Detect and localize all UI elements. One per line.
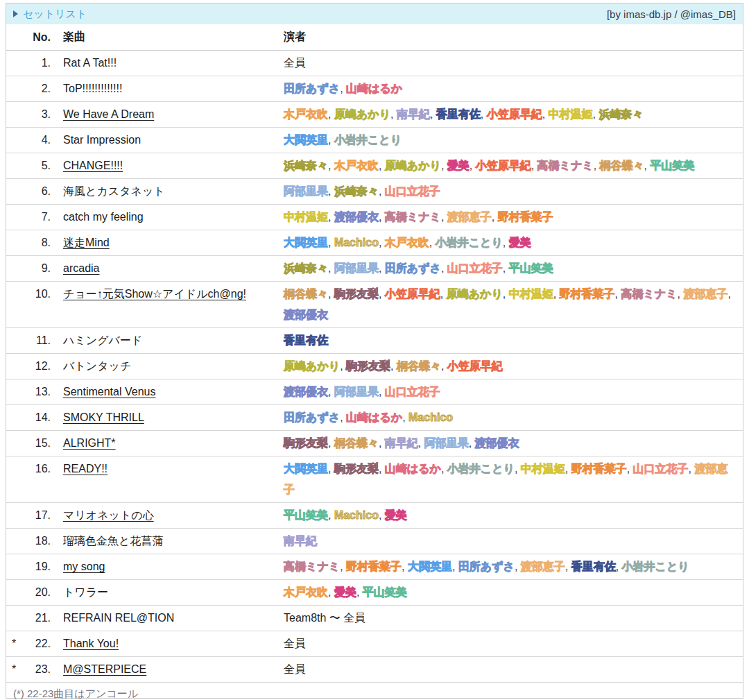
performers-cell: 全員: [284, 633, 743, 654]
song-link[interactable]: SMOKY THRILL: [63, 411, 144, 423]
song-link[interactable]: 迷走Mind: [63, 237, 110, 248]
table-header-row: No. 楽曲 演者: [6, 24, 743, 51]
song-link[interactable]: Thank You!: [63, 638, 119, 649]
song-title: Star Impression: [63, 134, 141, 146]
table-row: 18.瑠璃色金魚と花菖蒲南早紀: [6, 529, 743, 554]
section-title[interactable]: セットリスト: [13, 8, 87, 21]
performer-name: 駒形友梨: [284, 437, 328, 449]
row-number: 18.: [6, 531, 55, 552]
separator: ,: [452, 561, 458, 572]
panel-header: セットリスト [by imas-db.jp / @imas_DB]: [6, 3, 743, 24]
separator: ,: [328, 262, 334, 274]
table-row: 13.Sentimental Venus渡部優衣, 阿部里果, 山口立花子: [6, 379, 743, 405]
song-cell: READY!!: [55, 459, 284, 479]
song-cell: トワラー: [55, 582, 284, 603]
performer-name: 大関英里: [284, 237, 328, 248]
song-link[interactable]: チョー↑元気Show☆アイドルch@ng!: [63, 288, 246, 300]
separator: ,: [594, 160, 600, 171]
table-row: 21.REFRAIN REL@TIONTeam8th 〜 全員: [6, 606, 743, 631]
song-link[interactable]: READY!!: [63, 463, 107, 475]
song-cell: 瑠璃色金魚と花菖蒲: [55, 531, 284, 552]
performer-name: 野村香菜子: [498, 211, 553, 223]
performer-name: 中村温姫: [549, 108, 593, 120]
performers-cell: 大関英里, Machico, 木戸衣吹, 小岩井ことり, 愛美: [284, 232, 743, 253]
song-link[interactable]: arcadia: [63, 262, 99, 274]
separator: ,: [328, 463, 334, 475]
separator: ,: [441, 262, 447, 274]
performers-cell: 木戸衣吹, 原嶋あかり, 南早紀, 香里有佐, 小笠原早紀, 中村温姫, 浜崎奈…: [284, 104, 743, 125]
separator: ,: [553, 288, 560, 300]
performer-name: 山口立花子: [385, 185, 440, 197]
song-link[interactable]: M@STERPIECE: [63, 663, 146, 675]
table-row: 12.バトンタッチ原嶋あかり, 駒形友梨, 桐谷蝶々, 小笠原早紀: [6, 354, 743, 379]
performer-name: 野村香菜子: [346, 561, 402, 572]
separator: ,: [565, 463, 571, 475]
row-number: 5.: [6, 155, 55, 176]
separator: ,: [515, 561, 521, 572]
performers-cell: 大関英里, 小岩井ことり: [284, 130, 743, 151]
table-row: *22.Thank You!全員: [6, 631, 743, 657]
performer-name: 香里有佐: [436, 108, 481, 120]
performers-cell: 原嶋あかり, 駒形友梨, 桐谷蝶々, 小笠原早紀: [284, 356, 743, 377]
performer-name: 小岩井ことり: [334, 134, 402, 146]
performer-name: 阿部里果: [334, 262, 379, 274]
performers-cell: 浜崎奈々, 阿部里果, 田所あずさ, 山口立花子, 平山笑美: [284, 258, 743, 279]
separator: ,: [379, 237, 385, 248]
performers-cell: 木戸衣吹, 愛美, 平山笑美: [284, 582, 743, 603]
row-number: 16.: [6, 459, 55, 479]
performer-name: 木戸衣吹: [385, 237, 429, 248]
performers-cell: 渡部優衣, 阿部里果, 山口立花子: [284, 382, 743, 402]
performer-name: 中村温姫: [284, 211, 328, 223]
performer-name: 山口立花子: [447, 262, 503, 274]
performer-name: 愛美: [509, 237, 531, 248]
performer-name: 渡部優衣: [334, 211, 379, 223]
performer-name: 平山笑美: [650, 160, 694, 171]
row-number: 20.: [6, 582, 55, 603]
song-title: バトンタッチ: [63, 360, 131, 372]
separator: ,: [430, 108, 436, 120]
row-number: 12.: [6, 356, 55, 377]
performer-name: 髙橋ミナミ: [537, 160, 594, 171]
separator: ,: [503, 237, 509, 248]
row-number: 17.: [6, 505, 55, 526]
song-title: 瑠璃色金魚と花菖蒲: [63, 535, 163, 547]
song-link[interactable]: ALRIGHT*: [63, 437, 116, 449]
row-number: 11.: [6, 330, 55, 351]
performer-name: 平山笑美: [284, 509, 328, 521]
performers-cell: 桐谷蝶々, 駒形友梨, 小笠原早紀, 原嶋あかり, 中村温姫, 野村香菜子, 髙…: [284, 284, 743, 325]
encore-marker: *: [12, 633, 16, 654]
performers-plain: 全員: [284, 663, 306, 675]
performer-name: 小笠原早紀: [385, 288, 440, 300]
performer-name: 小岩井ことり: [622, 561, 689, 572]
song-link[interactable]: マリオネットの心: [63, 509, 154, 521]
song-link[interactable]: my song: [63, 561, 105, 572]
song-cell: チョー↑元気Show☆アイドルch@ng!: [55, 284, 284, 305]
performer-name: 駒形友梨: [334, 288, 379, 300]
performer-name: 桐谷蝶々: [334, 437, 379, 449]
separator: ,: [390, 108, 397, 120]
performers-plain: Team8th 〜 全員: [284, 612, 365, 624]
song-cell: my song: [55, 556, 284, 577]
separator: ,: [379, 509, 385, 521]
song-cell: Star Impression: [55, 130, 284, 151]
song-link[interactable]: We Have A Dream: [63, 108, 154, 120]
song-link[interactable]: Sentimental Venus: [63, 386, 155, 398]
separator: ,: [531, 160, 537, 171]
table-row: 11.ハミングバード香里有佐: [6, 328, 743, 354]
separator: ,: [340, 411, 346, 423]
song-link[interactable]: CHANGE!!!!: [63, 160, 123, 171]
separator: ,: [503, 288, 509, 300]
table-row: 10.チョー↑元気Show☆アイドルch@ng!桐谷蝶々, 駒形友梨, 小笠原早…: [6, 282, 743, 328]
table-row: 1.Rat A Tat!!!全員: [6, 51, 743, 76]
separator: ,: [328, 185, 334, 197]
performers-cell: 南早紀: [284, 531, 743, 552]
table-row: 6.海風とカスタネット阿部里果, 浜崎奈々, 山口立花子: [6, 179, 743, 205]
performer-name: 木戸衣吹: [284, 108, 328, 120]
performer-name: 愛美: [334, 586, 356, 598]
separator: ,: [481, 108, 487, 120]
separator: ,: [441, 360, 447, 372]
song-title: ToP!!!!!!!!!!!!!: [63, 83, 122, 94]
performer-name: 山口立花子: [385, 386, 440, 398]
row-number: 7.: [6, 207, 55, 228]
performer-name: 小笠原早紀: [447, 360, 503, 372]
